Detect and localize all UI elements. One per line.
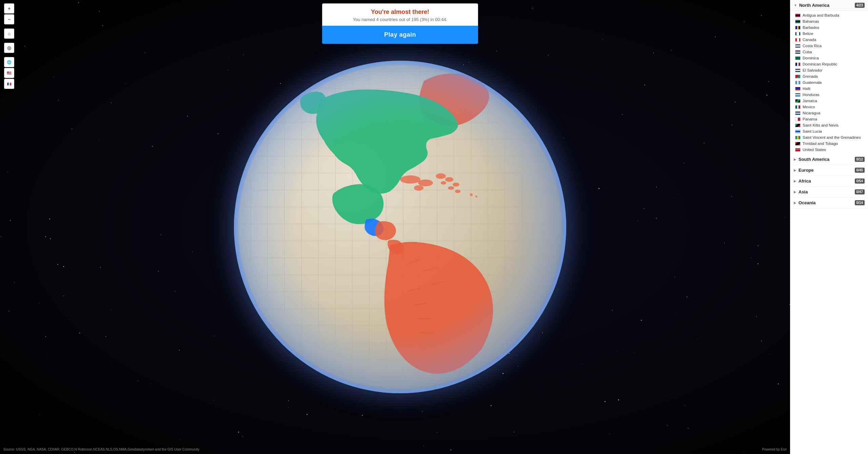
zoom-out-button[interactable]: − — [4, 14, 14, 24]
chevron-icon-europe: ▶ — [794, 168, 796, 172]
zoom-in-button[interactable]: + — [4, 3, 14, 14]
popup-message: You're almost there! You named 4 countri… — [322, 3, 478, 26]
popup-subtitle: You named 4 countries out of 195 (3%) in… — [329, 17, 471, 22]
chevron-icon-asia: ▶ — [794, 190, 796, 194]
list-item[interactable]: Saint Vincent and the Grenadines — [790, 134, 868, 140]
flag-icon — [795, 117, 801, 121]
country-name: Antigua and Barbuda — [803, 13, 839, 17]
chevron-icon-north-america: ▼ — [794, 3, 797, 7]
country-name: Panama — [803, 117, 817, 121]
country-name: Saint Vincent and the Grenadines — [803, 135, 861, 139]
flag-icon — [795, 14, 801, 17]
flag-icon — [795, 99, 801, 103]
globe-svg — [234, 61, 566, 393]
region-header-europe[interactable]: ▶Europe0/45 — [790, 165, 868, 176]
globe-container — [234, 61, 566, 393]
country-name: El Salvador — [803, 68, 823, 72]
svg-point-0 — [436, 173, 446, 179]
list-item[interactable]: Dominican Republic — [790, 61, 868, 67]
list-item[interactable]: Panama — [790, 116, 868, 122]
country-name: Barbados — [803, 25, 819, 30]
flag-icon — [795, 130, 801, 133]
country-name: United States — [803, 148, 826, 152]
chevron-icon-south-america: ▶ — [794, 157, 796, 161]
flag-icon — [795, 81, 801, 84]
list-item[interactable]: Saint Lucia — [790, 128, 868, 134]
flag-icon — [795, 87, 801, 91]
region-badge-asia: 0/47 — [855, 189, 865, 194]
list-item[interactable]: Honduras — [790, 92, 868, 98]
flag-icon — [795, 44, 801, 48]
list-item[interactable]: Canada — [790, 37, 868, 43]
svg-point-1 — [445, 177, 453, 182]
list-item[interactable]: El Salvador — [790, 67, 868, 73]
list-item[interactable]: Cuba — [790, 49, 868, 55]
region-badge-oceania: 0/14 — [855, 200, 865, 205]
country-name: Honduras — [803, 93, 820, 97]
flag-icon — [795, 105, 801, 109]
popup-title: You're almost there! — [329, 8, 471, 16]
flag-icon — [795, 142, 801, 146]
svg-point-10 — [475, 195, 477, 197]
region-header-oceania[interactable]: ▶Oceania0/14 — [790, 197, 868, 208]
svg-point-5 — [455, 190, 460, 193]
region-header-asia[interactable]: ▶Asia0/47 — [790, 187, 868, 197]
country-name: Haiti — [803, 87, 810, 91]
list-item[interactable]: Bahamas — [790, 18, 868, 24]
region-header-north-america[interactable]: ▼North America4/23 — [790, 0, 868, 11]
svg-point-2 — [453, 183, 459, 187]
country-list-north-america: Antigua and BarbudaBahamasBarbadosBelize… — [790, 11, 868, 154]
flag-icon — [795, 56, 801, 60]
list-item[interactable]: Guatemala — [790, 79, 868, 86]
region-name-north-america: North America — [799, 3, 829, 8]
source-text: Source: USGS, NGA, NASA, CDIIAR, GEBCO,N… — [3, 448, 199, 451]
home-button[interactable]: ⌂ — [4, 29, 14, 39]
country-name: Nicaragua — [803, 111, 820, 115]
svg-point-3 — [441, 181, 446, 185]
globe-view-button[interactable]: 🌐 — [4, 57, 14, 67]
country-name: Belize — [803, 32, 813, 36]
country-name: Saint Kitts and Nevis — [803, 123, 839, 127]
list-item[interactable]: Dominica — [790, 55, 868, 61]
flag-icon — [795, 20, 801, 23]
country-name: Trinidad and Tobago — [803, 141, 838, 146]
svg-point-4 — [448, 186, 454, 190]
list-item[interactable]: Mexico — [790, 104, 868, 110]
list-item[interactable]: Saint Kitts and Nevis — [790, 122, 868, 128]
country-name: Bahamas — [803, 19, 819, 23]
sidebar: ▼North America4/23Antigua and BarbudaBah… — [790, 0, 868, 454]
country-name: Jamaica — [803, 99, 817, 103]
list-item[interactable]: Barbados — [790, 24, 868, 31]
country-name: Cuba — [803, 50, 812, 54]
compass-button[interactable]: ◎ — [4, 43, 14, 53]
flag-button[interactable]: 🇺🇸 — [4, 68, 14, 78]
list-item[interactable]: Costa Rica — [790, 43, 868, 49]
list-item[interactable]: Antigua and Barbuda — [790, 12, 868, 18]
list-item[interactable]: Haiti — [790, 86, 868, 92]
lang-button[interactable]: 🇫🇷 — [4, 79, 14, 89]
region-header-south-america[interactable]: ▶South America0/12 — [790, 154, 868, 165]
country-name: Grenada — [803, 74, 818, 78]
flag-icon — [795, 93, 801, 97]
flag-icon — [795, 32, 801, 36]
popup-container: You're almost there! You named 4 countri… — [322, 3, 478, 44]
list-item[interactable]: Grenada — [790, 73, 868, 79]
region-header-africa[interactable]: ▶Africa0/54 — [790, 176, 868, 187]
flag-icon — [795, 69, 801, 72]
region-badge-south-america: 0/12 — [855, 157, 865, 162]
play-again-button[interactable]: Play again — [322, 26, 478, 44]
flag-icon — [795, 148, 801, 152]
list-item[interactable]: Trinidad and Tobago — [790, 140, 868, 147]
list-item[interactable]: Nicaragua — [790, 110, 868, 116]
map-controls: + − ⌂ ◎ 🌐 🇺🇸 🇫🇷 — [4, 3, 14, 89]
country-name: Mexico — [803, 105, 815, 109]
flag-icon — [795, 136, 801, 139]
list-item[interactable]: Belize — [790, 31, 868, 37]
flag-icon — [795, 26, 801, 30]
region-name-oceania: Oceania — [798, 200, 816, 205]
region-badge-africa: 0/54 — [855, 178, 865, 184]
country-name: Dominica — [803, 56, 819, 60]
list-item[interactable]: Jamaica — [790, 98, 868, 104]
list-item[interactable]: United States — [790, 147, 868, 153]
svg-point-9 — [470, 193, 473, 196]
